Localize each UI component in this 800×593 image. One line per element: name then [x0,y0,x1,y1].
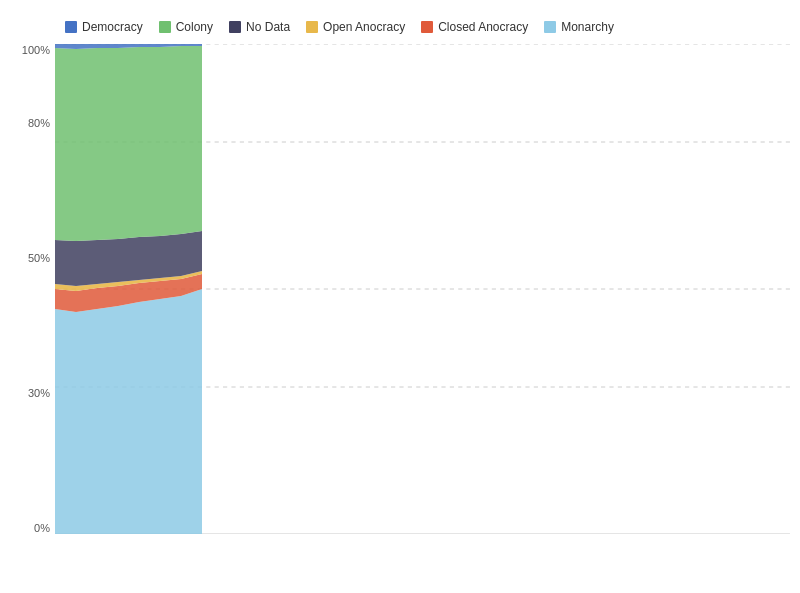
legend-item-open-anocracy: Open Anocracy [306,20,405,34]
legend-color-nodata [229,21,241,33]
legend-color-colony [159,21,171,33]
y-axis-labels: 100% 80% 50% 30% 0% [10,44,50,534]
y-label-100: 100% [10,44,50,56]
legend-label-monarchy: Monarchy [561,20,614,34]
legend-item-monarchy: Monarchy [544,20,614,34]
legend-label-democracy: Democracy [82,20,143,34]
chart-container: Democracy Colony No Data Open Anocracy C… [0,0,800,593]
monarchy-area [55,289,202,534]
y-label-50: 50% [10,252,50,264]
legend-color-open-anocracy [306,21,318,33]
legend-label-colony: Colony [176,20,213,34]
legend-color-closed-anocracy [421,21,433,33]
legend-label-open-anocracy: Open Anocracy [323,20,405,34]
legend-label-closed-anocracy: Closed Anocracy [438,20,528,34]
y-label-30: 30% [10,387,50,399]
legend-color-democracy [65,21,77,33]
legend-color-monarchy [544,21,556,33]
main-chart-svg: 1820 1840 1860 1880 1900 1920 1940 1960 … [55,44,790,534]
chart-wrapper: 100% 80% 50% 30% 0% [55,44,790,534]
colony-area [55,46,202,241]
legend-item-nodata: No Data [229,20,290,34]
legend-item-closed-anocracy: Closed Anocracy [421,20,528,34]
y-label-80: 80% [10,117,50,129]
y-label-0: 0% [10,522,50,534]
chart-legend: Democracy Colony No Data Open Anocracy C… [55,20,790,34]
legend-label-nodata: No Data [246,20,290,34]
legend-item-democracy: Democracy [65,20,143,34]
legend-item-colony: Colony [159,20,213,34]
